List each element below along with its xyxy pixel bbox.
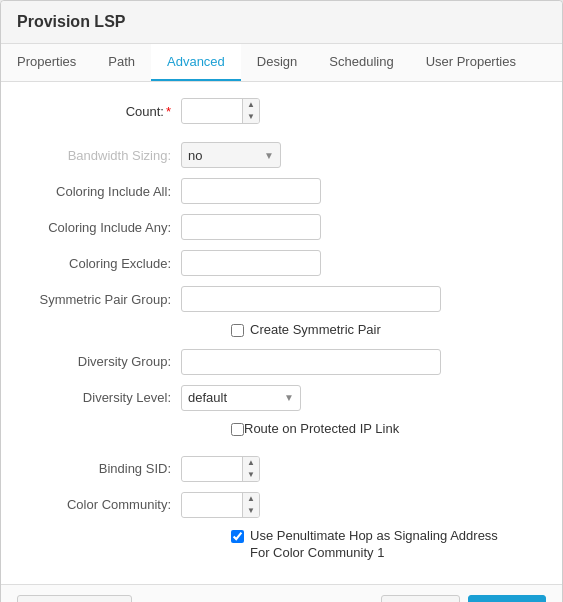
- tab-advanced[interactable]: Advanced: [151, 44, 241, 81]
- color-community-input[interactable]: 1: [182, 493, 242, 517]
- binding-sid-decrement[interactable]: ▼: [243, 469, 259, 481]
- binding-sid-spinner[interactable]: ▲ ▼: [181, 456, 260, 482]
- tab-scheduling[interactable]: Scheduling: [313, 44, 409, 81]
- diversity-level-label: Diversity Level:: [21, 390, 181, 405]
- binding-sid-label: Binding SID:: [21, 461, 181, 476]
- diversity-level-value: default: [188, 390, 227, 405]
- diversity-level-arrow-icon: ▼: [284, 392, 294, 403]
- binding-sid-arrows: ▲ ▼: [242, 457, 259, 481]
- bandwidth-sizing-row: Bandwidth Sizing: no ▼: [21, 142, 542, 168]
- route-protected-row: Route on Protected IP Link: [21, 421, 542, 438]
- create-symmetric-pair-row: Create Symmetric Pair: [21, 322, 542, 339]
- diversity-group-label: Diversity Group:: [21, 354, 181, 369]
- count-spinner[interactable]: 1 ▲ ▼: [181, 98, 260, 124]
- count-input[interactable]: 1: [182, 99, 242, 123]
- dialog-title: Provision LSP: [1, 1, 562, 44]
- coloring-exclude-label: Coloring Exclude:: [21, 256, 181, 271]
- tab-design[interactable]: Design: [241, 44, 313, 81]
- count-label: Count:*: [21, 104, 181, 119]
- coloring-include-any-row: Coloring Include Any:: [21, 214, 542, 240]
- use-penultimate-checkbox[interactable]: [231, 530, 244, 543]
- diversity-group-input[interactable]: [181, 349, 441, 375]
- diversity-level-select[interactable]: default ▼: [181, 385, 301, 411]
- count-decrement[interactable]: ▼: [243, 111, 259, 123]
- color-community-row: Color Community: 1 ▲ ▼: [21, 492, 542, 518]
- cancel-button[interactable]: Cancel: [381, 595, 459, 602]
- color-community-decrement[interactable]: ▼: [243, 505, 259, 517]
- count-increment[interactable]: ▲: [243, 99, 259, 111]
- use-penultimate-label: Use Penultimate Hop as Signaling Address…: [250, 528, 498, 562]
- symmetric-pair-group-input[interactable]: [181, 286, 441, 312]
- count-row: Count:* 1 ▲ ▼: [21, 98, 542, 124]
- coloring-exclude-row: Coloring Exclude:: [21, 250, 542, 276]
- create-symmetric-pair-checkbox[interactable]: [231, 324, 244, 337]
- dialog-footer: Preview Path Cancel Submit: [1, 584, 562, 602]
- bandwidth-sizing-select: no ▼: [181, 142, 281, 168]
- use-penultimate-row: Use Penultimate Hop as Signaling Address…: [21, 528, 542, 562]
- tab-properties[interactable]: Properties: [1, 44, 92, 81]
- coloring-include-all-row: Coloring Include All:: [21, 178, 542, 204]
- coloring-include-any-input[interactable]: [181, 214, 321, 240]
- tab-path[interactable]: Path: [92, 44, 151, 81]
- color-community-label: Color Community:: [21, 497, 181, 512]
- coloring-exclude-input[interactable]: [181, 250, 321, 276]
- submit-button[interactable]: Submit: [468, 595, 546, 602]
- count-arrows: ▲ ▼: [242, 99, 259, 123]
- coloring-include-all-input[interactable]: [181, 178, 321, 204]
- create-symmetric-pair-label: Create Symmetric Pair: [250, 322, 381, 339]
- symmetric-pair-group-row: Symmetric Pair Group:: [21, 286, 542, 312]
- route-protected-checkbox[interactable]: [231, 423, 244, 436]
- diversity-level-row: Diversity Level: default ▼: [21, 385, 542, 411]
- bandwidth-sizing-label: Bandwidth Sizing:: [21, 148, 181, 163]
- color-community-arrows: ▲ ▼: [242, 493, 259, 517]
- binding-sid-increment[interactable]: ▲: [243, 457, 259, 469]
- binding-sid-input[interactable]: [182, 457, 242, 481]
- route-protected-label: Route on Protected IP Link: [244, 421, 399, 438]
- color-community-increment[interactable]: ▲: [243, 493, 259, 505]
- bandwidth-sizing-arrow-icon: ▼: [264, 150, 274, 161]
- tab-bar: Properties Path Advanced Design Scheduli…: [1, 44, 562, 82]
- symmetric-pair-group-label: Symmetric Pair Group:: [21, 292, 181, 307]
- tab-user-properties[interactable]: User Properties: [410, 44, 532, 81]
- provision-lsp-dialog: Provision LSP Properties Path Advanced D…: [0, 0, 563, 602]
- coloring-include-all-label: Coloring Include All:: [21, 184, 181, 199]
- diversity-group-row: Diversity Group:: [21, 349, 542, 375]
- binding-sid-row: Binding SID: ▲ ▼: [21, 456, 542, 482]
- color-community-spinner[interactable]: 1 ▲ ▼: [181, 492, 260, 518]
- coloring-include-any-label: Coloring Include Any:: [21, 220, 181, 235]
- form-content: Count:* 1 ▲ ▼ Bandwidth Sizing: no ▼ Col…: [1, 82, 562, 584]
- preview-path-button[interactable]: Preview Path: [17, 595, 132, 602]
